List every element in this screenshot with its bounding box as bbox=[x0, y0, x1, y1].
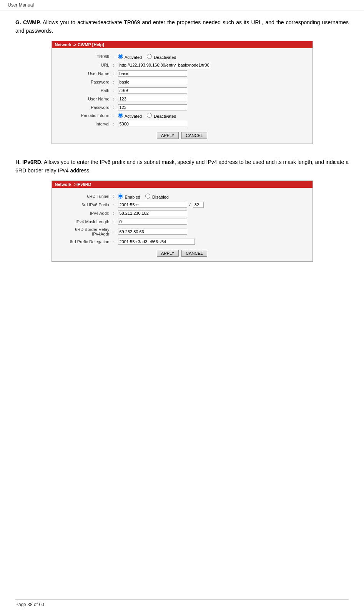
ipv4-addr-input[interactable] bbox=[118, 210, 187, 216]
ipv4-mask-length-value[interactable] bbox=[116, 217, 306, 226]
password1-input[interactable] bbox=[118, 79, 187, 85]
username1-label: User Name bbox=[58, 69, 112, 78]
cwmp-cancel-button[interactable]: CANCEL bbox=[181, 132, 207, 139]
username1-value[interactable] bbox=[116, 69, 306, 78]
tr069-label: TR069 bbox=[58, 53, 112, 61]
page-footer: Page 38 of 60 bbox=[15, 599, 349, 607]
6rd-ipv6-prefix-input[interactable] bbox=[118, 202, 187, 208]
password1-value[interactable] bbox=[116, 78, 306, 86]
6rd-tunnel-label: 6RD Tunnel bbox=[58, 192, 112, 201]
6rd-disabled-label[interactable]: Disabled bbox=[145, 195, 169, 199]
6rd-border-relay-value[interactable] bbox=[116, 226, 306, 237]
username2-label: User Name bbox=[58, 95, 112, 103]
6rd-prefix-delegation-input[interactable] bbox=[118, 239, 195, 245]
tr069-row: TR069 : Activated Deactivated bbox=[58, 53, 306, 61]
ipv4-mask-length-row: IPv4 Mask Length : bbox=[58, 217, 306, 226]
ipv6rd-panel-body: 6RD Tunnel : Enabled Disabled bbox=[52, 188, 312, 261]
cwmp-label: CWMP. bbox=[23, 19, 41, 25]
periodic-activated-label[interactable]: Activated bbox=[118, 114, 143, 119]
cwmp-panel-title: Network -> CWMP [Help] bbox=[52, 41, 312, 48]
ipv6rd-form-table: 6RD Tunnel : Enabled Disabled bbox=[58, 192, 306, 246]
ipv6rd-letter: H. bbox=[15, 159, 22, 165]
cwmp-btn-row: APPLY CANCEL bbox=[58, 132, 306, 139]
username1-row: User Name : bbox=[58, 69, 306, 78]
url-label: URL bbox=[58, 61, 112, 69]
ipv4-addr-label: IPv4 Addr: bbox=[58, 209, 112, 217]
6rd-enabled-radio[interactable] bbox=[118, 194, 123, 199]
periodic-activated-radio[interactable] bbox=[118, 113, 123, 118]
path-row: Path : bbox=[58, 86, 306, 95]
6rd-ipv6-prefix-length-input[interactable] bbox=[193, 202, 204, 208]
cwmp-panel: Network -> CWMP [Help] TR069 : Activated bbox=[52, 41, 313, 144]
periodic-inform-value[interactable]: Activated Deactivated bbox=[116, 112, 306, 120]
interval-row: Interval : bbox=[58, 120, 306, 128]
interval-input[interactable] bbox=[118, 121, 187, 127]
path-input[interactable] bbox=[118, 87, 187, 94]
interval-label: Interval bbox=[58, 120, 112, 128]
page-content: G. CWMP. Allows you to activate/deactiva… bbox=[0, 10, 364, 291]
6rd-enabled-label[interactable]: Enabled bbox=[118, 195, 141, 199]
ipv4-mask-length-input[interactable] bbox=[118, 219, 187, 225]
ipv6rd-panel-title: Network ->IPv6RD bbox=[52, 181, 312, 188]
password1-row: Password : bbox=[58, 78, 306, 86]
periodic-deactivated-label[interactable]: Deactivated bbox=[147, 114, 176, 119]
password2-value[interactable] bbox=[116, 103, 306, 112]
cwmp-panel-body: TR069 : Activated Deactivated bbox=[52, 48, 312, 144]
periodic-inform-label: Periodic Inform bbox=[58, 112, 112, 120]
password1-label: Password bbox=[58, 78, 112, 86]
6rd-border-relay-label: 6RD Border Relay IPv4Addr bbox=[58, 226, 112, 237]
cwmp-apply-button[interactable]: APPLY bbox=[157, 132, 179, 139]
6rd-prefix-delegation-label: 6rd Prefix Delegation bbox=[58, 237, 112, 246]
6rd-prefix-delegation-row: 6rd Prefix Delegation : bbox=[58, 237, 306, 246]
ipv6rd-cancel-button[interactable]: CANCEL bbox=[181, 250, 207, 257]
6rd-border-relay-row: 6RD Border Relay IPv4Addr : bbox=[58, 226, 306, 237]
ipv6rd-btn-row: APPLY CANCEL bbox=[58, 250, 306, 257]
url-input[interactable] bbox=[118, 62, 210, 68]
interval-value[interactable] bbox=[116, 120, 306, 128]
url-row: URL : bbox=[58, 61, 306, 69]
tr069-deactivated-label[interactable]: Deactivated bbox=[147, 55, 176, 60]
6rd-prefix-delegation-value[interactable] bbox=[116, 237, 306, 246]
6rd-tunnel-row: 6RD Tunnel : Enabled Disabled bbox=[58, 192, 306, 201]
username2-value[interactable] bbox=[116, 95, 306, 103]
cwmp-letter: G. bbox=[15, 19, 23, 25]
section-cwmp: G. CWMP. Allows you to activate/deactiva… bbox=[15, 18, 349, 144]
footer-text: Page 38 of 60 bbox=[15, 602, 44, 607]
6rd-tunnel-value[interactable]: Enabled Disabled bbox=[116, 192, 306, 201]
ipv6rd-label: IPv6RD. bbox=[22, 159, 43, 165]
6rd-ipv6-prefix-row: 6rd IPv6 Prefix : / bbox=[58, 201, 306, 209]
ipv4-addr-row: IPv4 Addr: : bbox=[58, 209, 306, 217]
username2-row: User Name : bbox=[58, 95, 306, 103]
ipv4-addr-value[interactable] bbox=[116, 209, 306, 217]
periodic-deactivated-radio[interactable] bbox=[147, 113, 152, 118]
tr069-deactivated-radio[interactable] bbox=[147, 54, 152, 59]
slash-separator: / bbox=[189, 202, 191, 207]
path-label: Path bbox=[58, 86, 112, 95]
tr069-activated-radio[interactable] bbox=[118, 54, 123, 59]
6rd-border-relay-input[interactable] bbox=[118, 229, 187, 235]
6rd-ipv6-prefix-label: 6rd IPv6 Prefix bbox=[58, 201, 112, 209]
section-ipv6rd: H. IPv6RD. Allows you to enter the IPv6 … bbox=[15, 158, 349, 262]
password2-row: Password : bbox=[58, 103, 306, 112]
tr069-value[interactable]: Activated Deactivated bbox=[116, 53, 306, 61]
username1-input[interactable] bbox=[118, 70, 187, 77]
6rd-disabled-radio[interactable] bbox=[145, 194, 150, 199]
tr069-activated-label[interactable]: Activated bbox=[118, 55, 143, 60]
ipv6rd-description: Allows you to enter the IPv6 prefix and … bbox=[15, 159, 349, 174]
page-header: User Manual bbox=[0, 0, 364, 10]
cwmp-description: Allows you to activate/deactivate TR069 … bbox=[15, 19, 349, 34]
url-value[interactable] bbox=[116, 61, 306, 69]
cwmp-heading: G. CWMP. Allows you to activate/deactiva… bbox=[15, 18, 349, 35]
ipv6rd-heading: H. IPv6RD. Allows you to enter the IPv6 … bbox=[15, 158, 349, 175]
6rd-ipv6-prefix-value[interactable]: / bbox=[116, 201, 306, 209]
password2-input[interactable] bbox=[118, 104, 187, 110]
ipv4-mask-length-label: IPv4 Mask Length bbox=[58, 217, 112, 226]
periodic-inform-row: Periodic Inform : Activated Deactivated bbox=[58, 112, 306, 120]
path-value[interactable] bbox=[116, 86, 306, 95]
password2-label: Password bbox=[58, 103, 112, 112]
cwmp-form-table: TR069 : Activated Deactivated bbox=[58, 53, 306, 128]
username2-input[interactable] bbox=[118, 96, 187, 102]
header-title: User Manual bbox=[8, 2, 34, 8]
ipv6rd-panel: Network ->IPv6RD 6RD Tunnel : Enabled bbox=[52, 180, 313, 262]
ipv6rd-apply-button[interactable]: APPLY bbox=[157, 250, 179, 257]
